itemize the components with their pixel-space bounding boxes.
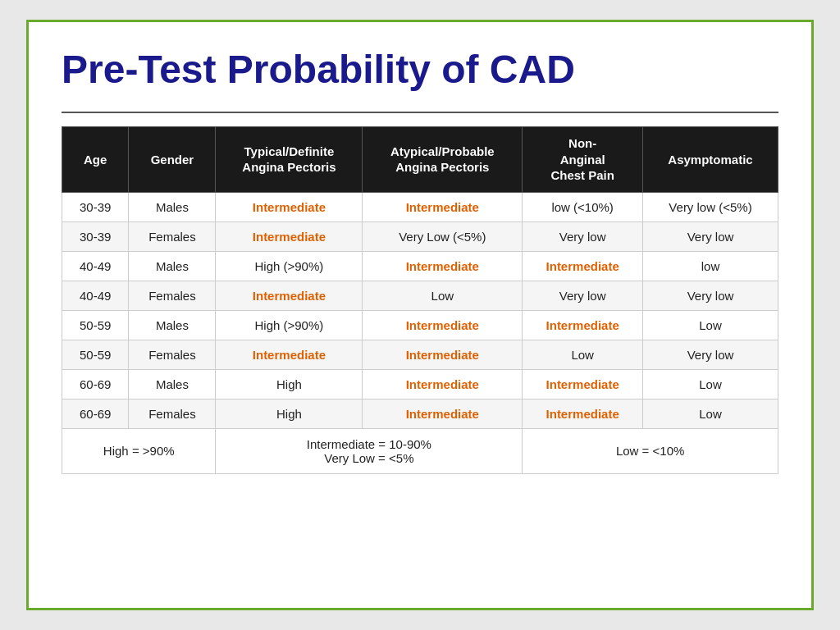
cell-atypical: Intermediate (363, 192, 523, 221)
cell-atypical: Low (363, 281, 523, 310)
cell-asymptomatic: Very low (643, 281, 778, 310)
cell-age: 40-49 (62, 251, 129, 281)
cell-typical: High (216, 399, 363, 428)
cell-atypical: Intermediate (363, 310, 523, 340)
cell-nonanginal: Intermediate (523, 310, 643, 340)
cell-gender: Males (129, 369, 216, 399)
slide: Pre-Test Probability of CAD Age Gender T… (26, 20, 814, 610)
cell-atypical: Intermediate (363, 251, 523, 281)
cell-gender: Females (129, 340, 216, 369)
col-header-asymptomatic: Asymptomatic (643, 127, 778, 193)
cell-typical: High (>90%) (216, 310, 363, 340)
cell-gender: Males (129, 192, 216, 221)
cell-asymptomatic: Low (643, 369, 778, 399)
cell-nonanginal: Low (523, 340, 643, 369)
table-row: 60-69FemalesHighIntermediateIntermediate… (62, 399, 778, 428)
cell-atypical: Intermediate (363, 399, 523, 428)
cell-gender: Females (129, 399, 216, 428)
probability-table: Age Gender Typical/DefiniteAngina Pector… (62, 126, 778, 474)
footer-cell-3: Low = <10% (523, 428, 778, 473)
cell-atypical: Very Low (<5%) (363, 221, 523, 251)
cell-gender: Males (129, 310, 216, 340)
cell-asymptomatic: Low (643, 310, 778, 340)
cell-typical: Intermediate (216, 192, 363, 221)
cell-gender: Females (129, 221, 216, 251)
cell-nonanginal: Intermediate (523, 399, 643, 428)
cell-typical: Intermediate (216, 221, 363, 251)
col-header-typical: Typical/DefiniteAngina Pectoris (216, 127, 363, 193)
cell-nonanginal: Very low (523, 221, 643, 251)
cell-atypical: Intermediate (363, 369, 523, 399)
cell-asymptomatic: Very low (643, 221, 778, 251)
table-row: 30-39FemalesIntermediateVery Low (<5%)Ve… (62, 221, 778, 251)
cell-asymptomatic: Very low (<5%) (643, 192, 778, 221)
col-header-nonanginal: Non-AnginalChest Pain (523, 127, 643, 193)
table-row: 50-59FemalesIntermediateIntermediateLowV… (62, 340, 778, 369)
col-header-gender: Gender (129, 127, 216, 193)
cell-age: 30-39 (62, 192, 129, 221)
cell-age: 40-49 (62, 281, 129, 310)
table-header-row: Age Gender Typical/DefiniteAngina Pector… (62, 127, 778, 193)
cell-asymptomatic: Low (643, 399, 778, 428)
cell-nonanginal: Intermediate (523, 369, 643, 399)
cell-atypical: Intermediate (363, 340, 523, 369)
cell-age: 30-39 (62, 221, 129, 251)
cell-gender: Females (129, 281, 216, 310)
table-row: 40-49MalesHigh (>90%)IntermediateInterme… (62, 251, 778, 281)
cell-typical: Intermediate (216, 340, 363, 369)
divider (62, 112, 778, 113)
table-row: 60-69MalesHighIntermediateIntermediateLo… (62, 369, 778, 399)
cell-gender: Males (129, 251, 216, 281)
table-footer-row: High = >90%Intermediate = 10-90%Very Low… (62, 428, 778, 473)
cell-typical: High (216, 369, 363, 399)
cell-typical: High (>90%) (216, 251, 363, 281)
table-row: 40-49FemalesIntermediateLowVery lowVery … (62, 281, 778, 310)
cell-asymptomatic: Very low (643, 340, 778, 369)
col-header-atypical: Atypical/ProbableAngina Pectoris (363, 127, 523, 193)
cell-age: 50-59 (62, 310, 129, 340)
page-title: Pre-Test Probability of CAD (62, 47, 778, 92)
cell-typical: Intermediate (216, 281, 363, 310)
footer-cell-2: Intermediate = 10-90%Very Low = <5% (216, 428, 523, 473)
footer-cell-1: High = >90% (62, 428, 216, 473)
cell-age: 60-69 (62, 399, 129, 428)
col-header-age: Age (62, 127, 129, 193)
table-row: 50-59MalesHigh (>90%)IntermediateInterme… (62, 310, 778, 340)
cell-nonanginal: low (<10%) (523, 192, 643, 221)
cell-asymptomatic: low (643, 251, 778, 281)
cell-nonanginal: Very low (523, 281, 643, 310)
cell-age: 60-69 (62, 369, 129, 399)
table-row: 30-39MalesIntermediateIntermediatelow (<… (62, 192, 778, 221)
cell-nonanginal: Intermediate (523, 251, 643, 281)
cell-age: 50-59 (62, 340, 129, 369)
